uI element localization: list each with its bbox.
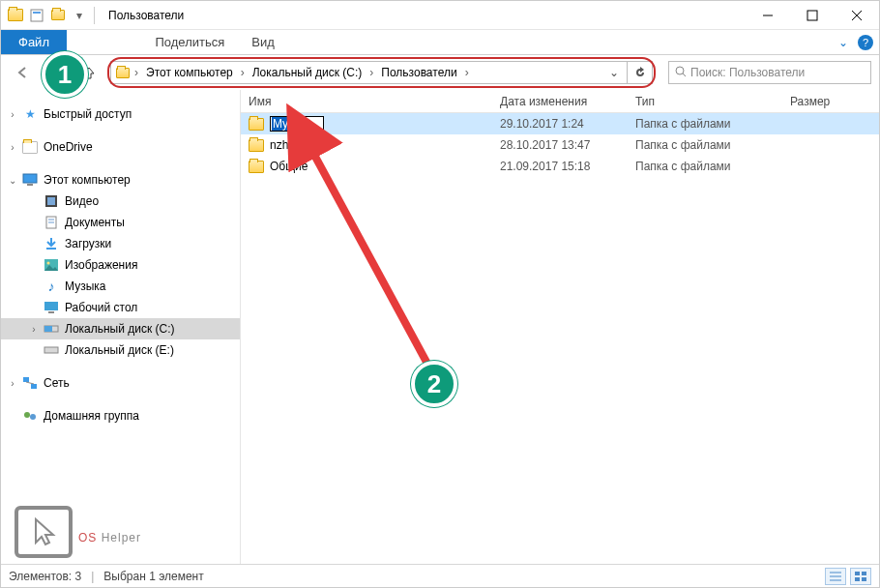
quick-access-toolbar: ▾ [1,7,103,24]
drive-icon [44,321,59,337]
nav-network[interactable]: ›Сеть [1,372,240,394]
network-icon [22,375,38,391]
nav-pictures[interactable]: Изображения [1,254,240,276]
ribbon-collapse-icon[interactable]: ⌄ [838,36,848,49]
svg-line-7 [683,74,686,76]
properties-icon[interactable] [28,7,45,24]
star-icon: ★ [22,106,38,122]
help-icon[interactable]: ? [858,35,873,50]
tab-share[interactable]: Поделиться [141,30,238,54]
chevron-right-icon[interactable]: › [28,324,40,335]
tab-view[interactable]: Вид [238,30,288,54]
cell-type: Папка с файлами [628,138,782,152]
watermark: OS Helper [15,506,141,558]
svg-point-17 [47,262,50,265]
column-size[interactable]: Размер [782,95,879,108]
folder-icon [115,65,131,80]
cell-name: Общие [270,160,308,173]
separator: | [91,570,94,583]
window-title: Пользователи [103,9,746,22]
watermark-os: OS [78,531,97,544]
annotation-callout-1: 1 [42,51,88,98]
cell-type: Папка с файлами [628,117,782,131]
breadcrumb-drive-c[interactable]: Локальный диск (C:) [249,66,367,79]
nav-this-pc[interactable]: ⌄Этот компьютер [1,169,240,191]
qat-dropdown-icon[interactable]: ▾ [71,7,88,24]
svg-rect-9 [27,184,33,186]
chevron-right-icon[interactable]: › [132,66,140,79]
music-icon: ♪ [44,279,59,294]
svg-rect-24 [31,384,37,389]
chevron-down-icon[interactable]: ⌄ [7,175,18,186]
app-folder-icon [7,7,24,24]
status-count: Элементов: 3 [9,570,81,583]
nav-onedrive[interactable]: ›OneDrive [1,136,240,158]
chevron-right-icon[interactable]: › [463,66,471,79]
nav-drive-e[interactable]: Локальный диск (E:) [1,339,240,361]
column-headers[interactable]: Имя Дата изменения Тип Размер [241,90,879,113]
table-row[interactable]: My 29.10.2017 1:24 Папка с файлами [241,113,879,134]
chevron-right-icon[interactable]: › [239,66,247,79]
nav-homegroup[interactable]: Домашняя группа [1,405,240,426]
cloud-icon [22,139,38,155]
file-tab[interactable]: Файл [1,30,67,54]
table-row[interactable]: Общие 21.09.2017 15:18 Папка с файлами [241,156,879,177]
column-date[interactable]: Дата изменения [492,95,628,108]
new-folder-icon[interactable] [49,7,67,24]
refresh-button[interactable] [628,61,653,84]
chevron-right-icon[interactable]: › [367,66,375,79]
back-button[interactable] [11,61,34,84]
separator [94,7,95,24]
cursor-icon [15,506,73,558]
rename-input[interactable]: My [270,116,324,132]
column-type[interactable]: Тип [628,95,782,108]
svg-rect-18 [44,302,58,310]
annotation-callout-2: 2 [411,361,457,407]
folder-icon [249,116,264,132]
nav-videos[interactable]: Видео [1,191,240,212]
svg-rect-31 [855,572,860,575]
cell-date: 28.10.2017 13:47 [492,138,628,152]
svg-rect-11 [47,197,55,205]
homegroup-icon [22,408,38,424]
table-row[interactable]: nzhc 28.10.2017 13:47 Папка с файлами [241,134,879,156]
chevron-right-icon[interactable]: › [7,109,18,120]
search-input[interactable]: Поиск: Пользователи [668,61,871,84]
maximize-button[interactable] [790,1,835,30]
nav-music[interactable]: ♪Музыка [1,276,240,297]
svg-rect-22 [44,347,58,353]
details-view-button[interactable] [825,568,846,585]
nav-desktop[interactable]: Рабочий стол [1,297,240,318]
desktop-icon [44,300,59,315]
title-bar: ▾ Пользователи [1,1,879,30]
monitor-icon [22,172,38,188]
nav-documents[interactable]: Документы [1,212,240,233]
document-icon [44,215,59,230]
svg-rect-3 [807,11,817,20]
svg-rect-32 [862,572,866,575]
nav-downloads[interactable]: Загрузки [1,233,240,254]
window-controls [746,1,879,30]
column-name[interactable]: Имя [241,95,492,108]
cell-name: nzhc [270,138,294,152]
ribbon: Файл Главная Поделиться Вид ⌄ ? [1,30,879,55]
download-icon [44,236,59,251]
search-placeholder: Поиск: Пользователи [690,66,805,79]
breadcrumb-users[interactable]: Пользователи [377,66,460,79]
chevron-right-icon[interactable]: › [7,142,18,153]
nav-quick-access[interactable]: ›★Быстрый доступ [1,103,240,125]
close-button[interactable] [835,1,879,30]
folder-icon [249,137,264,153]
icons-view-button[interactable] [850,568,871,585]
breadcrumb-this-pc[interactable]: Этот компьютер [142,66,237,79]
address-dropdown-icon[interactable]: ⌄ [605,66,623,79]
nav-drive-c[interactable]: ›Локальный диск (C:) [1,318,240,339]
chevron-right-icon[interactable]: › [7,378,18,389]
svg-rect-0 [31,10,43,21]
svg-rect-19 [48,311,54,313]
cell-date: 29.10.2017 1:24 [492,117,628,131]
svg-rect-33 [855,577,860,581]
svg-point-27 [30,414,36,420]
address-bar[interactable]: › Этот компьютер › Локальный диск (C:) ›… [110,60,653,85]
minimize-button[interactable] [746,1,790,30]
